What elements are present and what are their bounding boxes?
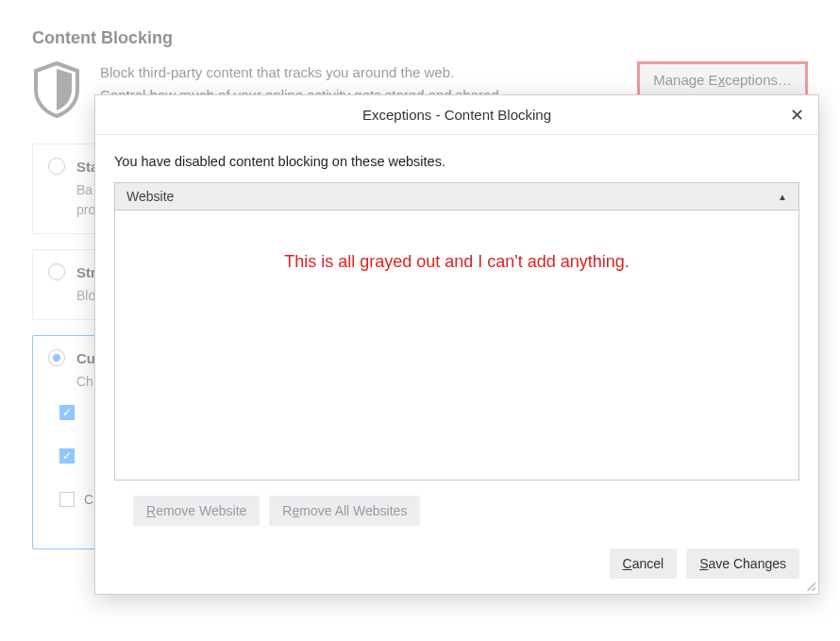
sort-arrow-icon: ▲ xyxy=(778,192,787,202)
save-changes-button[interactable]: Save Changes xyxy=(686,548,799,579)
dialog-header: Exceptions - Content Blocking ✕ xyxy=(95,95,818,135)
table-body: This is all grayed out and I can't add a… xyxy=(115,211,798,480)
close-icon[interactable]: ✕ xyxy=(784,103,809,127)
user-annotation: This is all grayed out and I can't add a… xyxy=(115,252,798,272)
remove-website-button[interactable]: Remove Website xyxy=(133,496,260,526)
col-website-label: Website xyxy=(126,189,174,204)
dialog-footer: Cancel Save Changes xyxy=(95,526,818,594)
exceptions-dialog: Exceptions - Content Blocking ✕ You have… xyxy=(94,94,819,595)
row-actions: Remove Website Remove All Websites xyxy=(114,481,799,526)
table-header-website[interactable]: Website ▲ xyxy=(115,183,798,211)
exceptions-table: Website ▲ This is all grayed out and I c… xyxy=(114,182,799,481)
dialog-message: You have disabled content blocking on th… xyxy=(114,154,799,169)
cancel-button[interactable]: Cancel xyxy=(610,548,678,579)
dialog-title: Exceptions - Content Blocking xyxy=(362,107,551,123)
resize-grip-icon[interactable] xyxy=(804,580,815,591)
remove-all-websites-button[interactable]: Remove All Websites xyxy=(269,496,420,526)
